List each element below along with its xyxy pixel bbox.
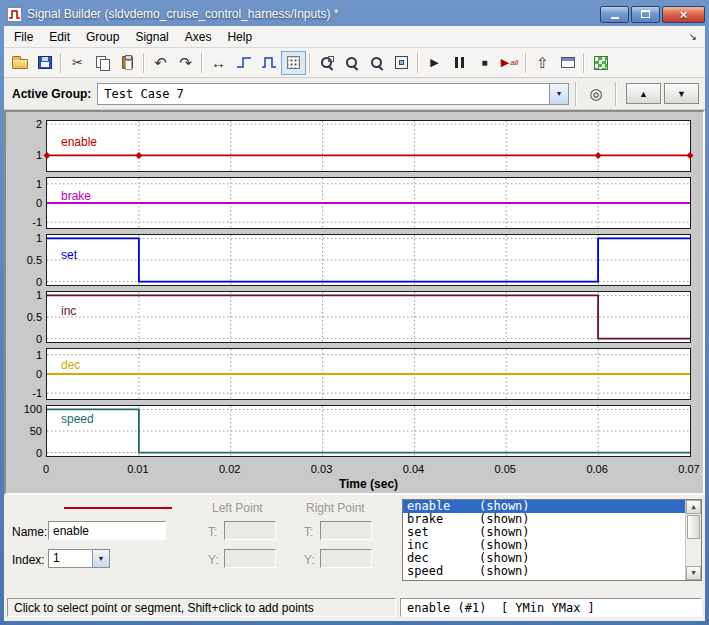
toolbar-separator [60, 53, 62, 73]
right-y-input[interactable] [320, 549, 372, 568]
plot-panel: 21enable10-1brake10.50set10.50inc10-1dec… [4, 110, 705, 495]
close-button[interactable]: × [662, 6, 705, 23]
open-button[interactable] [7, 51, 32, 75]
step-signal-button[interactable] [231, 51, 256, 75]
zoom-y-icon [369, 55, 385, 71]
maximize-button[interactable] [631, 6, 660, 23]
menubar-dock-icon[interactable]: ↘ [683, 31, 703, 42]
group-settings-button[interactable]: ◎ [583, 82, 609, 106]
x-tick-label: 0.02 [210, 463, 250, 475]
group-tools: ◎ ▲ ▼ [569, 82, 699, 106]
titlebar[interactable]: Signal Builder (sldvdemo_cruise_control_… [0, 0, 709, 26]
signal-list-item-enable[interactable]: enable(shown) [403, 500, 701, 513]
pulse-signal-icon [261, 55, 277, 70]
play-button[interactable]: ▶ [422, 51, 447, 75]
pause-icon [455, 57, 464, 68]
x-tick-label: 0.03 [302, 463, 342, 475]
index-dropdown[interactable]: 1 ▼ [48, 549, 110, 568]
step-signal-icon [236, 55, 252, 70]
paste-button[interactable] [115, 51, 140, 75]
index-dropdown-arrow-icon[interactable]: ▼ [92, 550, 109, 567]
zoom-y-button[interactable] [364, 51, 389, 75]
menu-edit[interactable]: Edit [41, 27, 78, 47]
coverage-checker-icon [594, 56, 608, 70]
stop-icon: ■ [481, 58, 487, 68]
undo-button[interactable]: ↶ [148, 51, 173, 75]
pause-button[interactable] [447, 51, 472, 75]
scroll-up-icon[interactable]: ▲ [686, 500, 701, 514]
cut-scissors-icon: ✂ [72, 56, 83, 69]
cut-button[interactable]: ✂ [65, 51, 90, 75]
left-t-input[interactable] [224, 521, 276, 540]
signal-list-item-dec[interactable]: dec(shown) [403, 552, 701, 565]
signal-list-item-set[interactable]: set(shown) [403, 526, 701, 539]
left-y-label: Y: [208, 553, 219, 567]
menu-group[interactable]: Group [78, 27, 127, 47]
up-to-parent-button[interactable]: ⇧ [530, 51, 555, 75]
selected-signal-color-line [64, 507, 172, 509]
signal-list-scrollbar[interactable]: ▲ ▼ [685, 500, 701, 580]
zoom-region-icon [319, 55, 335, 71]
zoom-x-button[interactable] [339, 51, 364, 75]
signal-list-item-speed[interactable]: speed(shown) [403, 565, 701, 578]
y-tick-label: 0.5 [7, 255, 42, 266]
groupbar-separator [615, 82, 617, 106]
window-controls: × [600, 6, 705, 23]
pulse-signal-button[interactable] [256, 51, 281, 75]
subplot-speed[interactable]: 100500speed [46, 405, 691, 457]
right-t-label: T: [304, 525, 313, 539]
scrollbar-thumb[interactable] [687, 515, 700, 539]
redo-arrow-icon: ↷ [179, 55, 192, 70]
minimize-button[interactable] [600, 6, 629, 23]
left-y-input[interactable] [224, 549, 276, 568]
subplot-dec[interactable]: 10-1dec [46, 348, 691, 400]
bullseye-icon: ◎ [589, 86, 602, 101]
group-down-button[interactable]: ▼ [664, 83, 699, 104]
signal-status: (shown) [479, 564, 530, 578]
subplot-set[interactable]: 10.50set [46, 234, 691, 286]
fit-view-button[interactable] [389, 51, 414, 75]
menu-signal[interactable]: Signal [127, 27, 176, 47]
dropdown-arrow-icon[interactable]: ▼ [549, 84, 568, 104]
paste-clipboard-icon [122, 56, 133, 69]
signal-list-item-brake[interactable]: brake(shown) [403, 513, 701, 526]
y-tick-label: 50 [7, 426, 42, 437]
toolbar: ✂ ↶ ↷ ↔ ▶ ■ ▶all ⇧ [4, 48, 705, 78]
group-up-button[interactable]: ▲ [626, 83, 661, 104]
save-button[interactable] [32, 51, 57, 75]
zoom-region-button[interactable] [314, 51, 339, 75]
stop-button[interactable]: ■ [472, 51, 497, 75]
minimize-icon [611, 17, 619, 19]
subplot-enable[interactable]: 21enable [46, 120, 691, 172]
move-point-button[interactable]: ↔ [206, 51, 231, 75]
open-model-button[interactable] [555, 51, 580, 75]
signal-status: (shown) [479, 551, 530, 565]
menu-file[interactable]: File [6, 27, 41, 47]
active-group-label: Active Group: [10, 87, 97, 101]
redo-button[interactable]: ↷ [173, 51, 198, 75]
signal-label-brake: brake [61, 189, 91, 203]
signal-list[interactable]: ▲ ▼ enable(shown)brake(shown)set(shown)i… [402, 499, 702, 581]
menu-axes[interactable]: Axes [177, 27, 220, 47]
scroll-down-icon[interactable]: ▼ [686, 566, 701, 580]
copy-button[interactable] [90, 51, 115, 75]
save-floppy-icon [38, 56, 52, 69]
subplots: 21enable10-1brake10.50set10.50inc10-1dec… [46, 120, 691, 462]
subplot-brake[interactable]: 10-1brake [46, 177, 691, 229]
y-tick-label: 1 [7, 179, 42, 190]
signal-status: (shown) [479, 538, 530, 552]
right-t-input[interactable] [320, 521, 372, 540]
y-tick-label: 0.5 [7, 312, 42, 323]
model-coverage-button[interactable] [588, 51, 613, 75]
snap-grid-button[interactable] [281, 51, 306, 75]
signal-list-item-inc[interactable]: inc(shown) [403, 539, 701, 552]
maximize-icon [641, 10, 650, 18]
subplot-inc[interactable]: 10.50inc [46, 291, 691, 343]
signal-label-inc: inc [61, 304, 76, 318]
y-tick-label: 0 [7, 277, 42, 288]
play-all-button[interactable]: ▶all [497, 51, 522, 75]
active-group-dropdown[interactable]: Test Case 7 ▼ [97, 83, 569, 105]
name-input[interactable] [48, 521, 166, 540]
menu-help[interactable]: Help [219, 27, 260, 47]
signal-label-dec: dec [61, 358, 80, 372]
